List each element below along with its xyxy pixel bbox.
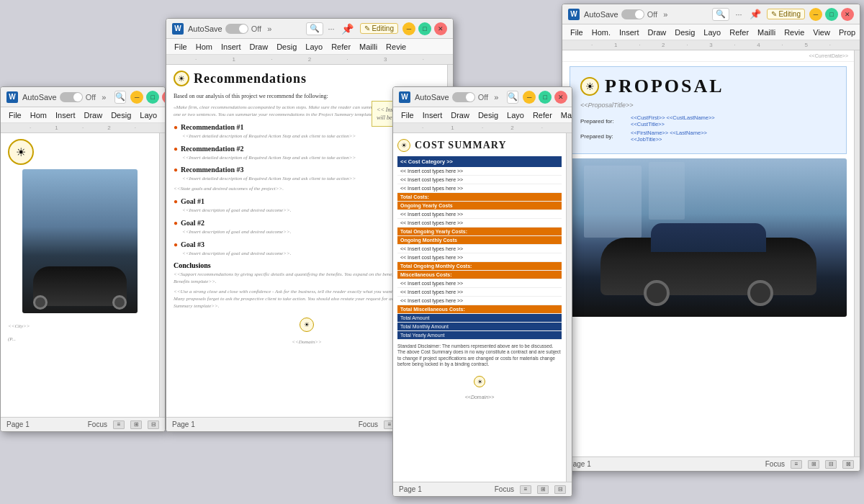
- yearly-section-row: Ongoing Yearly Costs: [397, 202, 562, 210]
- pin-icon-win4[interactable]: 📌: [748, 9, 762, 19]
- more-btn-win4[interactable]: ···: [734, 10, 743, 19]
- proposal-logo-win4: ☀: [580, 77, 599, 96]
- menu-draw-win1[interactable]: Draw: [80, 110, 106, 120]
- menu-prop-win4[interactable]: Prop: [835, 27, 859, 37]
- view2-icon-win4[interactable]: ⊞: [808, 460, 819, 469]
- menu-mailings-win3[interactable]: Mailli: [557, 110, 572, 120]
- autosave-toggle-win1[interactable]: [60, 92, 83, 102]
- menu-draw-win4[interactable]: Draw: [644, 27, 670, 37]
- p-field-win1: (P...: [8, 336, 16, 342]
- doc-area-win1: ☀ <<City>> (P...: [1, 133, 165, 417]
- menu-insert-win3[interactable]: Insert: [419, 110, 446, 120]
- menu-design-win1[interactable]: Desig: [107, 110, 135, 120]
- more-btn-win2[interactable]: ···: [328, 24, 334, 33]
- menu-design-win2[interactable]: Desig: [273, 42, 300, 52]
- page-label-win2: Page 1: [172, 420, 195, 428]
- scrollbar-win1[interactable]: [159, 133, 165, 417]
- view2-icon-win1[interactable]: ⊞: [130, 420, 142, 429]
- minimize-btn-win4[interactable]: ─: [809, 8, 822, 21]
- view3-icon-win1[interactable]: ⊟: [148, 420, 159, 429]
- editing-btn-win2[interactable]: ✎ Editing: [360, 23, 398, 34]
- minimize-btn-win1[interactable]: ─: [130, 91, 143, 104]
- menu-design-win3[interactable]: Desig: [474, 110, 502, 120]
- menu-file-win4[interactable]: File: [567, 27, 587, 37]
- window-cost-summary[interactable]: W AutoSave Off » 🔍 ─ □ ✕ File Insert Dra…: [392, 86, 572, 497]
- view3-icon-win4[interactable]: ⊟: [825, 460, 837, 469]
- close-btn-win4[interactable]: ✕: [841, 8, 854, 21]
- minimize-btn-win2[interactable]: ─: [402, 22, 415, 35]
- view1-icon-win3[interactable]: ≡: [520, 485, 531, 494]
- scrollbar-win3[interactable]: [566, 133, 572, 482]
- autosave-toggle-win2[interactable]: [225, 24, 248, 34]
- ruler-win1: ·1·2·: [1, 123, 165, 133]
- menu-maill-win4[interactable]: Mailli: [754, 27, 779, 37]
- menu-draw-win3[interactable]: Draw: [447, 110, 473, 120]
- view3-icon-win3[interactable]: ⊟: [554, 485, 566, 494]
- search-win3[interactable]: 🔍: [507, 91, 518, 104]
- menu-layout-win3[interactable]: Layo: [503, 110, 528, 120]
- menu-layout-win4[interactable]: Layo: [700, 27, 724, 37]
- total-costs-row: Total Costs:: [397, 193, 562, 202]
- maximize-btn-win4[interactable]: □: [825, 8, 838, 21]
- menu-home-win1[interactable]: Hom: [27, 110, 50, 120]
- window-left-doc[interactable]: W AutoSave Off » 🔍 ─ □ ✕ File Hom Insert…: [0, 86, 166, 432]
- doc-area-win4: <<CurrentDate>> ☀ Proposal <<ProposalTit…: [562, 50, 860, 456]
- menu-mailings-win2[interactable]: Mailli: [356, 42, 381, 52]
- logo-icon-win1: ☀: [8, 139, 34, 165]
- menu-design-win4[interactable]: Desig: [671, 27, 698, 37]
- scrollbar-win4[interactable]: [854, 50, 860, 456]
- expand-win4[interactable]: »: [663, 10, 667, 19]
- menu-home-win2[interactable]: Hom: [192, 42, 216, 52]
- menu-refer-win4[interactable]: Refer: [726, 27, 752, 37]
- footer-win3: ☀ <<Domain>>: [397, 374, 562, 402]
- autosave-state-win3: Off: [478, 93, 488, 102]
- close-btn-win3[interactable]: ✕: [554, 91, 567, 104]
- autosave-toggle-win4[interactable]: [621, 9, 644, 19]
- maximize-btn-win3[interactable]: □: [539, 91, 552, 104]
- editing-btn-win4[interactable]: ✎ Editing: [767, 9, 805, 19]
- close-btn-win2[interactable]: ✕: [434, 22, 447, 35]
- autosave-state-win2: Off: [251, 24, 261, 33]
- ruler-win3: ·1·2·: [393, 123, 572, 133]
- menu-insert-win2[interactable]: Insert: [217, 42, 245, 52]
- menu-home-win4[interactable]: Hom.: [588, 27, 614, 37]
- view-icon-win1[interactable]: ≡: [113, 420, 125, 429]
- pin-icon-win2[interactable]: 📌: [339, 23, 356, 35]
- window-proposal[interactable]: W AutoSave Off » 🔍 ··· 📌 ✎ Editing ─ □ ✕…: [562, 4, 860, 472]
- menu-review-win2[interactable]: Revie: [382, 42, 410, 52]
- view2-icon-win3[interactable]: ⊞: [537, 485, 549, 494]
- monthly-section-row: Ongoing Monthly Costs: [397, 236, 562, 245]
- maximize-btn-win2[interactable]: □: [418, 22, 431, 35]
- menu-layout-win2[interactable]: Layo: [302, 42, 326, 52]
- proposal-heading-win4: Proposal: [605, 76, 724, 97]
- prepared-for-row-win4: Prepared for: <<CustFirst>> <<CustLastNa…: [580, 114, 836, 127]
- prepared-for-val-win4: <<CustFirst>> <<CustLastName>>: [631, 114, 715, 121]
- search-win1[interactable]: 🔍: [114, 91, 126, 104]
- view1-icon-win4[interactable]: ≡: [791, 460, 802, 469]
- word-logo-win4: W: [568, 9, 580, 20]
- menu-layout-win1[interactable]: Layo: [136, 110, 161, 120]
- word-logo-win1: W: [6, 91, 18, 103]
- statusbar-win1: Page 1 Focus ≡ ⊞ ⊟: [1, 417, 165, 431]
- menu-review-win4[interactable]: Revie: [780, 27, 808, 37]
- search-win4[interactable]: 🔍: [712, 8, 729, 21]
- menu-draw-win2[interactable]: Draw: [246, 42, 271, 52]
- maximize-btn-win1[interactable]: □: [146, 91, 159, 104]
- menu-insert-win1[interactable]: Insert: [52, 110, 79, 120]
- expand-win1[interactable]: »: [102, 93, 106, 102]
- menu-file-win2[interactable]: File: [171, 42, 191, 52]
- menu-file-win3[interactable]: File: [397, 110, 418, 120]
- menu-references-win2[interactable]: Refer: [328, 42, 354, 52]
- menu-insert-win4[interactable]: Insert: [616, 27, 643, 37]
- expand-win3[interactable]: »: [494, 93, 498, 102]
- search-win2[interactable]: 🔍: [306, 22, 323, 35]
- menu-references-win3[interactable]: Refer: [529, 110, 556, 120]
- menu-file-win1[interactable]: File: [5, 110, 25, 120]
- menu-view-win4[interactable]: View: [809, 27, 834, 37]
- minimize-btn-win3[interactable]: ─: [523, 91, 536, 104]
- misc-section-row: Miscellaneous Costs:: [397, 271, 562, 279]
- autosave-toggle-win3[interactable]: [452, 92, 475, 102]
- doc-area-win3: ☀ Cost Summary << Cost Category >> << In…: [393, 133, 572, 482]
- expand-win2[interactable]: »: [267, 24, 271, 33]
- view4-icon-win4[interactable]: ⊠: [842, 460, 854, 469]
